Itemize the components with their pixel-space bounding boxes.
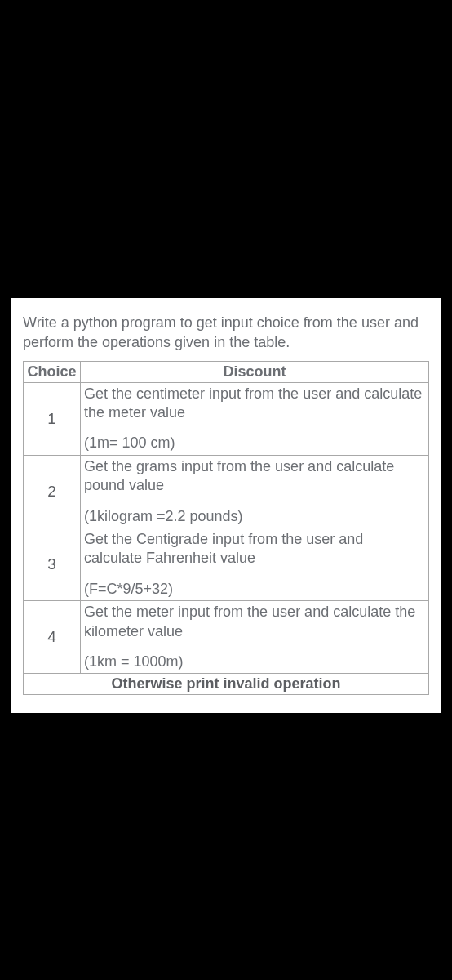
table-row: 2 Get the grams input from the user and … [24,455,429,528]
choice-number: 4 [24,601,81,674]
otherwise-text: Otherwise print invalid operation [24,674,429,695]
description-formula: (1kilogram =2.2 pounds) [84,507,425,526]
table-row: 4 Get the meter input from the user and … [24,601,429,674]
description-formula: (1m= 100 cm) [84,434,425,452]
table-row-otherwise: Otherwise print invalid operation [24,674,429,695]
table-row: 3 Get the Centigrade input from the user… [24,528,429,600]
choice-table: Choice Discount 1 Get the centimeter inp… [23,361,429,696]
choice-description: Get the Centigrade input from the user a… [81,528,429,600]
choice-description: Get the meter input from the user and ca… [81,601,429,674]
description-formula: (F=C*9/5+32) [84,580,425,599]
header-discount: Discount [81,361,429,382]
table-header-row: Choice Discount [24,361,429,382]
description-main: Get the centimeter input from the user a… [84,385,425,423]
header-choice: Choice [24,361,81,382]
choice-description: Get the centimeter input from the user a… [81,382,429,455]
choice-description: Get the grams input from the user and ca… [81,455,429,528]
choice-number: 3 [24,528,81,600]
description-main: Get the Centigrade input from the user a… [84,530,425,568]
table-row: 1 Get the centimeter input from the user… [24,382,429,455]
description-main: Get the meter input from the user and ca… [84,603,425,641]
instruction-text: Write a python program to get input choi… [23,313,429,353]
choice-number: 1 [24,382,81,455]
document-card: Write a python program to get input choi… [11,298,441,713]
description-main: Get the grams input from the user and ca… [84,457,425,496]
description-formula: (1km = 1000m) [84,653,425,671]
choice-number: 2 [24,455,81,528]
